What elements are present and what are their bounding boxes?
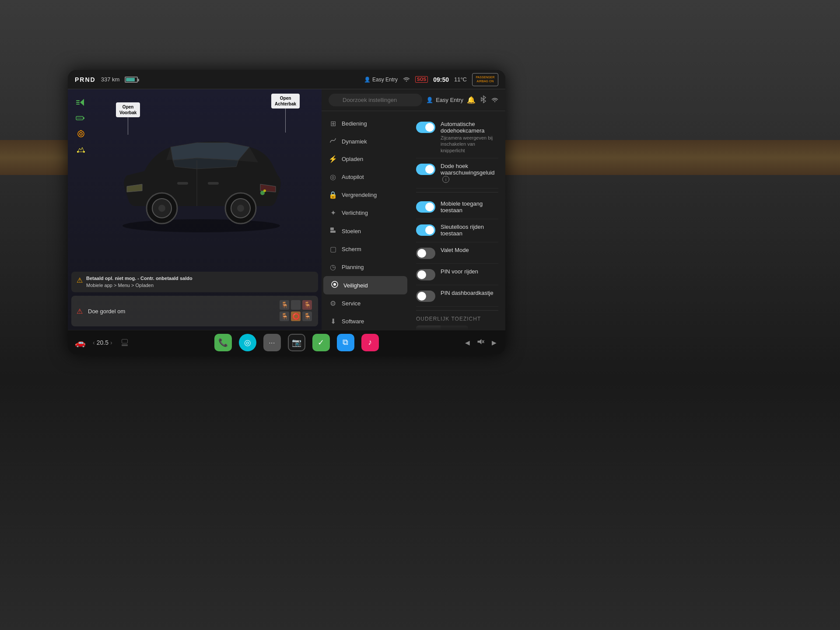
svg-rect-26 xyxy=(330,231,336,233)
airbag-indicator: PASSENGER AIRBAG ON xyxy=(472,73,498,86)
toggle-dodehookgeluid-switch[interactable] xyxy=(416,164,435,175)
autopilot-icon: ◎ xyxy=(329,173,337,181)
car-taskbar-icon[interactable]: 🚗 xyxy=(75,337,86,348)
volume-controls: ◀ ▶ xyxy=(463,336,498,348)
toggle-mobieletoegang-switch[interactable] xyxy=(416,201,435,213)
next-track-button[interactable]: ▶ xyxy=(490,337,498,348)
achterbak-label[interactable]: Open Achterbak xyxy=(271,94,300,133)
distance-display: 337 km xyxy=(101,76,120,83)
ouderlijk-title: Ouderlijk toezicht xyxy=(416,316,498,322)
seatbelt-icon: ⚠ xyxy=(77,307,83,315)
nav-dynamiek[interactable]: Dynamiek xyxy=(322,133,409,150)
temperature-display: 11°C xyxy=(454,76,467,83)
svg-point-0 xyxy=(406,80,407,82)
svg-rect-3 xyxy=(76,104,80,105)
ouderlijk-aan-button[interactable]: Aan xyxy=(441,326,468,330)
toggle-pinrijden: PIN voor rijden xyxy=(416,264,498,285)
nav-verlichting[interactable]: ✦ Verlichting xyxy=(322,204,409,222)
nav-bediening[interactable]: ⊞ Bediening xyxy=(322,115,409,133)
svg-rect-20 xyxy=(177,182,188,185)
wifi-settings-icon[interactable] xyxy=(491,96,498,104)
svg-point-12 xyxy=(122,219,280,232)
toggle-sleutellosrijden-switch[interactable] xyxy=(416,224,435,236)
nav-veiligheid[interactable]: Veiligheid xyxy=(323,276,407,294)
toggle-dodehookgeluid: Dode hoek waarschuwingsgeluid i xyxy=(416,158,498,189)
seatbelt-warning: ⚠ Doe gordel om 🪑 🪑 🪑 ⭕ 🪑 xyxy=(71,296,318,326)
nav-service[interactable]: ⚙ Service xyxy=(322,294,409,312)
svg-point-10 xyxy=(77,151,79,153)
dynamiek-icon xyxy=(329,137,337,145)
settings-content: Automatische dodehoekcamera Zijcamera we… xyxy=(409,111,505,330)
seatbelt-text: Doe gordel om xyxy=(88,308,125,315)
bell-icon[interactable]: 🔔 xyxy=(467,96,476,104)
toggle-dodehoekcamera-switch[interactable] xyxy=(416,122,435,133)
settings-icons: 🔔 xyxy=(467,95,498,105)
toggle-pinrijden-switch[interactable] xyxy=(416,269,435,280)
toggle-valetmode-switch[interactable] xyxy=(416,248,435,259)
voorbak-label[interactable]: Open Voorbak xyxy=(116,102,140,135)
svg-point-28 xyxy=(333,283,336,286)
seat-rl: 🪑 xyxy=(280,312,289,321)
ouderlijk-toggle-group: Uit Aan xyxy=(416,326,498,330)
time-display: 09:50 xyxy=(433,76,449,83)
toggle-pindashboard-switch[interactable] xyxy=(416,290,435,302)
svg-rect-21 xyxy=(208,182,219,185)
music-app[interactable]: ♪ xyxy=(361,334,379,351)
temperature-taskbar: ‹ 20.5 › xyxy=(93,339,112,346)
software-icon: ⬇ xyxy=(329,317,337,326)
nav-vergrendeling[interactable]: 🔒 Vergrendeling xyxy=(322,186,409,204)
svg-point-15 xyxy=(158,205,165,212)
nav-autopilot[interactable]: ◎ Autopilot xyxy=(322,168,409,186)
prnd-display: PRND xyxy=(75,76,96,83)
info-icon[interactable]: i xyxy=(442,176,449,183)
opladen-icon: ⚡ xyxy=(329,155,337,163)
toggle-pindashboard: PIN dashboardkastje xyxy=(416,285,498,307)
nav-scherm[interactable]: ▢ Scherm xyxy=(322,240,409,258)
scherm-icon: ▢ xyxy=(329,245,337,253)
chevron-left-temp[interactable]: ‹ xyxy=(93,339,95,346)
check-app[interactable]: ✓ xyxy=(312,334,330,351)
settings-header: 🔍 👤 Easy Entry 🔔 xyxy=(322,89,505,111)
status-bar: PRND 337 km 👤 Easy Entry SOS 09:50 11°C … xyxy=(68,70,505,89)
camera-app[interactable]: 📷 xyxy=(288,334,305,351)
taskbar: 🚗 ‹ 20.5 › 📞 ◎ ··· xyxy=(68,330,505,354)
search-wrapper: 🔍 xyxy=(329,94,423,106)
warning-triangle-icon: ⚠ xyxy=(77,276,83,284)
prev-track-button[interactable]: ◀ xyxy=(463,337,472,348)
ouderlijk-uit-button[interactable]: Uit xyxy=(416,326,441,330)
chevron-right-temp[interactable]: › xyxy=(110,339,112,346)
ouderlijk-section: Ouderlijk toezicht Uit Aan xyxy=(416,316,498,330)
toggle-mobieletoegang: Mobiele toegang toestaan xyxy=(416,196,498,219)
seat-rm: ⭕ xyxy=(291,312,301,321)
nav-planning[interactable]: ◷ Planning xyxy=(322,258,409,276)
sos-badge[interactable]: SOS xyxy=(415,76,428,83)
mute-button[interactable] xyxy=(475,336,486,348)
svg-rect-2 xyxy=(76,100,80,101)
car-panel: Open Voorbak Open Achterbak xyxy=(68,89,322,330)
divider-1 xyxy=(416,192,498,192)
nav-opladen[interactable]: ⚡ Opladen xyxy=(322,150,409,168)
nav-software[interactable]: ⬇ Software xyxy=(322,312,409,330)
seat-heat-icon xyxy=(119,339,130,346)
svg-point-18 xyxy=(237,205,244,212)
profile-icon: 👤 xyxy=(364,77,371,83)
profile-display[interactable]: 👤 Easy Entry xyxy=(364,77,398,83)
seat-rr: 🪑 xyxy=(302,312,312,321)
search-input[interactable] xyxy=(329,94,422,106)
browser-app[interactable]: ◎ xyxy=(239,334,256,351)
bluetooth-icon[interactable] xyxy=(481,95,486,105)
car-image: Open Voorbak Open Achterbak xyxy=(81,89,322,270)
seat-fr: 🪑 xyxy=(302,300,312,310)
settings-panel: 🔍 👤 Easy Entry 🔔 xyxy=(322,89,505,330)
settings-profile: 👤 Easy Entry xyxy=(426,97,463,103)
tesla-app[interactable]: ⧉ xyxy=(337,334,354,351)
nav-stoelen[interactable]: Stoelen xyxy=(322,222,409,240)
svg-rect-1 xyxy=(76,102,80,103)
svg-rect-25 xyxy=(330,228,334,230)
profile-person-icon: 👤 xyxy=(426,97,433,103)
dots-app[interactable]: ··· xyxy=(263,334,281,351)
temp-value: 20.5 xyxy=(97,339,108,346)
payment-warning: ⚠ Betaald opl. niet mog. - Contr. onbeta… xyxy=(71,272,318,292)
phone-app[interactable]: 📞 xyxy=(214,334,232,351)
bediening-icon: ⊞ xyxy=(329,119,337,128)
